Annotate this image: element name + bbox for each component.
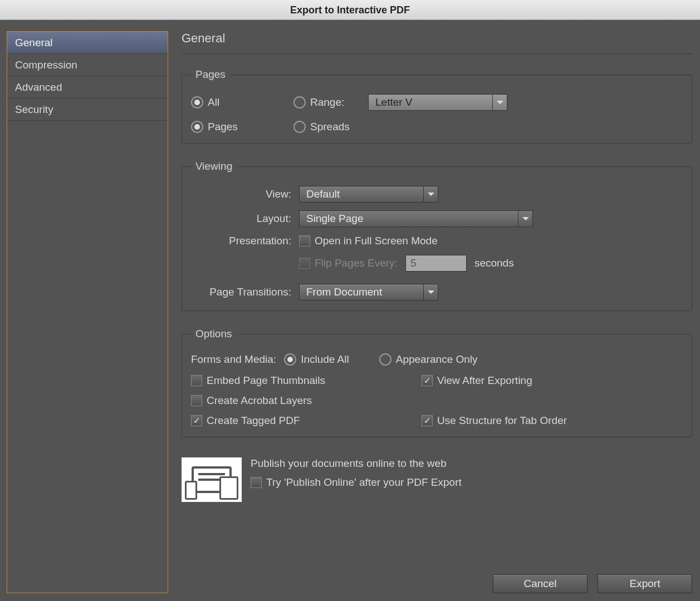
checkbox-icon xyxy=(422,375,433,386)
checkbox-tagged-pdf-label: Create Tagged PDF xyxy=(207,415,300,427)
checkbox-flip-pages: Flip Pages Every: xyxy=(299,257,398,269)
layout-value: Single Page xyxy=(306,213,363,225)
transitions-label: Page Transitions: xyxy=(191,286,291,298)
group-viewing-legend: Viewing xyxy=(191,160,237,173)
chevron-down-icon xyxy=(423,186,438,202)
chevron-down-icon xyxy=(492,95,507,110)
publish-online-promo: Publish your documents online to the web… xyxy=(182,457,692,502)
presentation-label: Presentation: xyxy=(191,235,291,247)
checkbox-view-after-label: View After Exporting xyxy=(437,375,532,387)
forms-label: Forms and Media: xyxy=(191,353,276,366)
checkbox-flip-label: Flip Pages Every: xyxy=(315,257,398,269)
checkbox-acrobat-layers[interactable]: Create Acrobat Layers xyxy=(191,395,414,407)
radio-icon xyxy=(379,353,391,366)
checkbox-embed-thumbs[interactable]: Embed Page Thumbnails xyxy=(191,375,414,387)
chevron-down-icon xyxy=(518,211,532,226)
page-title: General xyxy=(182,31,692,54)
transitions-dropdown[interactable]: From Document xyxy=(299,284,438,300)
flip-seconds-input xyxy=(405,255,467,272)
radio-include-all-label: Include All xyxy=(301,353,349,366)
radio-icon xyxy=(191,121,203,133)
sidebar-item-compression[interactable]: Compression xyxy=(7,54,168,76)
checkbox-icon xyxy=(422,415,433,426)
checkbox-tab-order-label: Use Structure for Tab Order xyxy=(437,415,567,427)
range-value: Letter V xyxy=(375,96,413,109)
radio-appearance-only-label: Appearance Only xyxy=(396,353,478,366)
checkbox-embed-thumbs-label: Embed Page Thumbnails xyxy=(207,375,325,387)
checkbox-icon xyxy=(191,415,202,426)
export-button[interactable]: Export xyxy=(598,574,692,593)
checkbox-view-after[interactable]: View After Exporting xyxy=(422,375,532,387)
checkbox-tab-order[interactable]: Use Structure for Tab Order xyxy=(422,415,567,427)
group-pages: Pages All Range: Letter V Pages xyxy=(182,68,692,144)
radio-all[interactable]: All xyxy=(191,96,286,109)
view-value: Default xyxy=(306,188,340,200)
checkbox-icon xyxy=(299,235,310,247)
chevron-down-icon xyxy=(423,284,438,300)
radio-range[interactable]: Range: xyxy=(293,96,360,109)
checkbox-fullscreen[interactable]: Open in Full Screen Mode xyxy=(299,235,438,247)
cancel-button[interactable]: Cancel xyxy=(493,574,588,593)
checkbox-tagged-pdf[interactable]: Create Tagged PDF xyxy=(191,415,414,427)
sidebar-item-advanced[interactable]: Advanced xyxy=(7,76,168,98)
group-pages-legend: Pages xyxy=(191,68,230,81)
radio-pages[interactable]: Pages xyxy=(191,121,286,133)
radio-include-all[interactable]: Include All xyxy=(284,353,349,366)
layout-label: Layout: xyxy=(191,213,291,225)
checkbox-fullscreen-label: Open in Full Screen Mode xyxy=(315,235,438,247)
radio-spreads[interactable]: Spreads xyxy=(293,121,350,133)
checkbox-try-publish-online[interactable]: Try 'Publish Online' after your PDF Expo… xyxy=(251,476,462,489)
sidebar-item-security[interactable]: Security xyxy=(7,98,168,121)
group-options-legend: Options xyxy=(191,328,236,340)
checkbox-icon xyxy=(299,258,310,269)
checkbox-try-publish-label: Try 'Publish Online' after your PDF Expo… xyxy=(266,476,462,489)
checkbox-icon xyxy=(251,477,262,488)
devices-icon xyxy=(182,457,242,502)
radio-icon xyxy=(191,96,203,109)
radio-icon xyxy=(293,96,306,109)
checkbox-acrobat-layers-label: Create Acrobat Layers xyxy=(207,395,312,407)
view-label: View: xyxy=(191,188,291,200)
checkbox-icon xyxy=(191,375,202,386)
radio-icon xyxy=(293,121,306,133)
layout-dropdown[interactable]: Single Page xyxy=(299,210,533,227)
sidebar: General Compression Advanced Security xyxy=(7,31,168,593)
transitions-value: From Document xyxy=(306,286,382,298)
group-viewing: Viewing View: Default Layout: Single Pag… xyxy=(182,160,692,311)
group-options: Options Forms and Media: Include All App… xyxy=(182,328,692,437)
checkbox-icon xyxy=(191,395,202,406)
radio-spreads-label: Spreads xyxy=(310,121,350,133)
radio-pages-label: Pages xyxy=(208,121,238,133)
radio-appearance-only[interactable]: Appearance Only xyxy=(379,353,478,366)
sidebar-item-general[interactable]: General xyxy=(7,32,168,54)
radio-range-label: Range: xyxy=(310,96,344,109)
window-title: Export to Interactive PDF xyxy=(0,0,700,20)
seconds-label: seconds xyxy=(474,257,514,269)
radio-all-label: All xyxy=(208,96,219,109)
view-dropdown[interactable]: Default xyxy=(299,186,438,203)
range-dropdown[interactable]: Letter V xyxy=(368,94,507,111)
promo-headline: Publish your documents online to the web xyxy=(251,457,462,470)
radio-icon xyxy=(284,353,296,366)
